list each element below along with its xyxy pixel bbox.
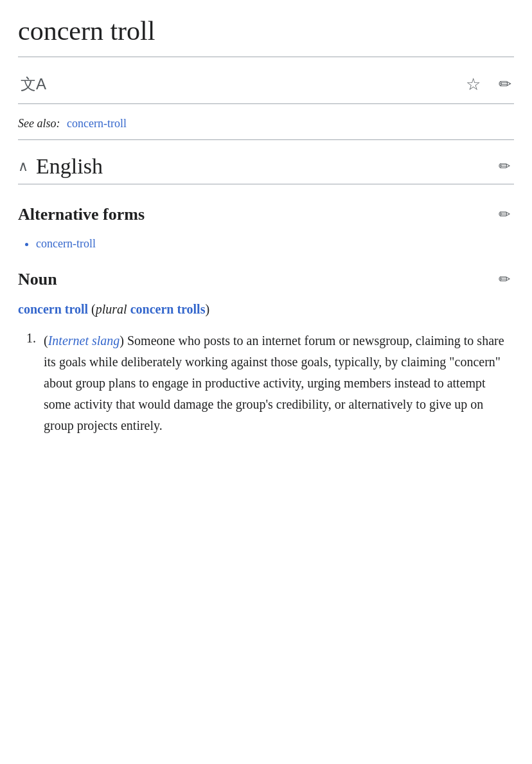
def-body: Someone who posts to an internet forum o… xyxy=(44,333,504,432)
title-divider xyxy=(18,57,514,57)
english-pencil-icon: ✏ xyxy=(499,158,510,175)
concern-troll-alt-link[interactable]: concern-troll xyxy=(36,237,96,250)
noun-section: Noun ✏ concern troll (plural concern tro… xyxy=(18,262,514,436)
chevron-icon[interactable]: ∧ xyxy=(18,158,28,175)
english-edit-button[interactable]: ✏ xyxy=(495,155,514,177)
alternative-forms-header: Alternative forms ✏ xyxy=(18,192,514,231)
pencil-icon: ✏ xyxy=(499,75,511,93)
def-text: (Internet slang) Someone who posts to an… xyxy=(44,330,514,436)
translate-button[interactable]: 文A xyxy=(18,71,49,97)
alt-forms-pencil-icon: ✏ xyxy=(499,206,510,223)
edit-button[interactable]: ✏ xyxy=(496,73,514,96)
english-section-title: ∧ English xyxy=(18,154,103,179)
toolbar-icons: ☆ ✏ xyxy=(463,72,514,97)
see-also-row: See also: concern-troll xyxy=(18,112,514,139)
def-number: 1. xyxy=(18,330,36,436)
internet-slang-link[interactable]: Internet slang xyxy=(48,333,120,348)
toolbar-divider xyxy=(18,103,514,104)
star-button[interactable]: ☆ xyxy=(463,72,483,97)
list-item: 1. (Internet slang) Someone who posts to… xyxy=(18,330,514,436)
definition-list: 1. (Internet slang) Someone who posts to… xyxy=(18,330,514,436)
noun-pencil-icon: ✏ xyxy=(499,271,510,288)
toolbar-row: 文A ☆ ✏ xyxy=(18,65,514,103)
translate-icon: 文A xyxy=(21,74,46,94)
page-title: concern troll xyxy=(18,15,514,46)
plural-term-link[interactable]: concern trolls xyxy=(130,302,206,316)
english-divider xyxy=(18,184,514,184)
see-also-link[interactable]: concern-troll xyxy=(67,117,127,130)
see-also-label: See also: xyxy=(18,117,60,130)
alternative-forms-title: Alternative forms xyxy=(18,205,145,224)
english-section-header: ∧ English ✏ xyxy=(18,148,514,184)
list-item: concern-troll xyxy=(36,236,514,252)
english-label: English xyxy=(36,154,103,179)
noun-title: Noun xyxy=(18,270,57,289)
noun-term-link[interactable]: concern troll xyxy=(18,302,88,316)
noun-edit-button[interactable]: ✏ xyxy=(495,269,514,290)
word-forms-line: concern troll (plural concern trolls) xyxy=(18,299,514,319)
see-also-divider xyxy=(18,139,514,140)
page-container: concern troll 文A ☆ ✏ See also: concern-t… xyxy=(0,0,532,468)
alternative-forms-list: concern-troll xyxy=(18,236,514,252)
alternative-forms-edit-button[interactable]: ✏ xyxy=(495,204,514,226)
noun-header: Noun ✏ xyxy=(18,262,514,299)
star-icon: ☆ xyxy=(466,75,481,94)
plural-label: plural xyxy=(96,302,127,316)
